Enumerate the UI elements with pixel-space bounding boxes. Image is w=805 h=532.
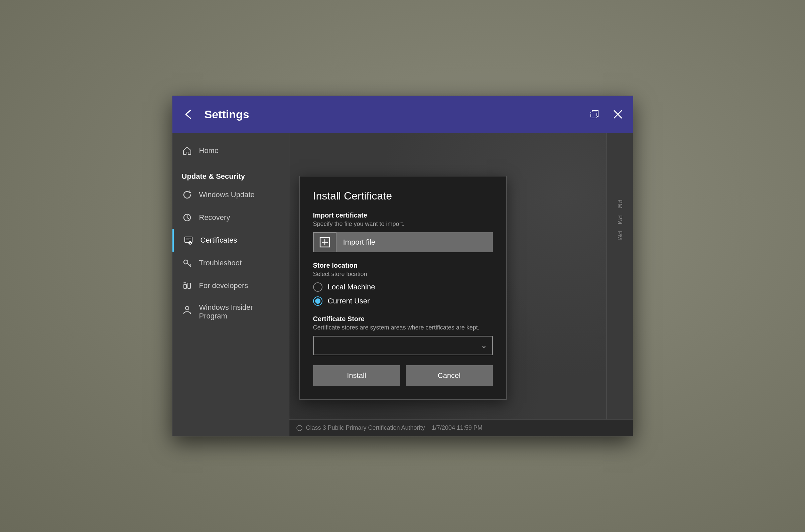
close-button[interactable] (613, 109, 623, 119)
radio-local-machine-circle (313, 282, 323, 292)
sidebar-item-windows-insider[interactable]: Windows InsiderProgram (172, 297, 289, 326)
certificate-icon (183, 235, 194, 246)
dialog-overlay: Install Certificate Import certificate S… (289, 133, 633, 436)
sidebar-section-header: Update & Security (172, 166, 289, 184)
store-location-label: Store location (313, 262, 493, 269)
titlebar: Settings (172, 96, 633, 133)
cert-store-label: Certificate Store (313, 315, 493, 323)
import-file-button[interactable]: Import file (313, 232, 493, 252)
bottom-cert-text: Class 3 Public Primary Certification Aut… (306, 424, 425, 432)
refresh-icon (182, 189, 192, 200)
sidebar-label-certificates: Certificates (200, 236, 237, 245)
dialog-title: Install Certificate (313, 190, 493, 202)
sidebar-item-troubleshoot[interactable]: Troubleshoot (172, 252, 289, 274)
cert-store-desc: Certificate stores are system areas wher… (313, 324, 493, 331)
bottom-item-date: 1/7/2004 11:59 PM (432, 424, 482, 432)
sidebar-item-recovery[interactable]: Recovery (172, 206, 289, 229)
sidebar-item-for-developers[interactable]: For developers (172, 274, 289, 297)
cancel-button[interactable]: Cancel (406, 365, 493, 386)
sidebar-item-windows-update[interactable]: Windows Update (172, 184, 289, 206)
import-btn-text: Import file (337, 238, 382, 247)
import-cert-desc: Specify the file you want to import. (313, 221, 493, 228)
main-content: Home Update & Security Windows Update (172, 133, 633, 436)
person-icon (182, 304, 192, 315)
settings-window: Settings (172, 96, 633, 436)
action-buttons: Install Cancel (313, 365, 493, 386)
radio-local-machine-label: Local Machine (328, 283, 375, 291)
svg-rect-6 (184, 284, 187, 288)
radio-group-store-location: Local Machine Current User (313, 282, 493, 306)
radio-current-user[interactable]: Current User (313, 297, 493, 306)
svg-rect-1 (591, 112, 597, 118)
back-button[interactable] (183, 108, 194, 120)
sidebar-label-windows-update: Windows Update (199, 190, 255, 199)
radio-current-user-label: Current User (328, 297, 370, 305)
install-button[interactable]: Install (313, 365, 400, 386)
cert-store-dropdown[interactable]: ⌄ (313, 336, 493, 355)
radio-local-machine[interactable]: Local Machine (313, 282, 493, 292)
sidebar-label-windows-insider: Windows InsiderProgram (199, 303, 253, 321)
sidebar-item-home[interactable]: Home (172, 139, 289, 162)
import-cert-label: Import certificate (313, 211, 493, 219)
svg-point-8 (186, 306, 189, 310)
sidebar-label-for-developers: For developers (199, 281, 248, 290)
window-title: Settings (205, 108, 590, 121)
install-certificate-dialog: Install Certificate Import certificate S… (300, 176, 506, 400)
history-icon (182, 212, 192, 223)
dropdown-arrow-icon: ⌄ (481, 341, 487, 350)
sidebar-label-troubleshoot: Troubleshoot (199, 259, 242, 267)
store-location-desc: Select store location (313, 271, 493, 278)
right-content: PM PM PM Install Certificate Import cert… (289, 133, 633, 436)
tools-icon (182, 280, 192, 291)
key-icon (182, 258, 192, 268)
svg-point-10 (297, 425, 302, 431)
restore-button[interactable] (590, 109, 599, 119)
sidebar-label-recovery: Recovery (199, 213, 230, 222)
home-label: Home (199, 146, 219, 155)
sidebar: Home Update & Security Windows Update (172, 133, 289, 436)
window-controls (590, 109, 623, 119)
svg-rect-7 (188, 283, 190, 288)
radio-current-user-circle (313, 297, 323, 306)
home-icon (182, 145, 192, 156)
bottom-item-cert: Class 3 Public Primary Certification Aut… (296, 424, 425, 432)
sidebar-item-certificates[interactable]: Certificates (172, 229, 289, 252)
bottom-bar: Class 3 Public Primary Certification Aut… (289, 419, 633, 436)
import-file-icon (313, 232, 337, 252)
